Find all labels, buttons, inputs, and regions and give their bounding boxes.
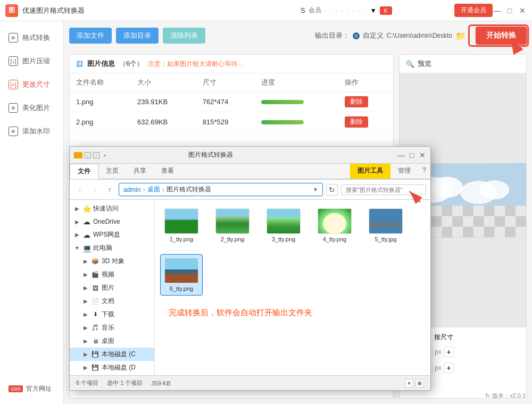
view-grid-button[interactable]: ⊞ <box>415 379 424 388</box>
format-icon: ⊕ <box>9 33 18 43</box>
ribbon-tab-view[interactable]: 查看 <box>154 164 181 179</box>
tree-item-music[interactable]: ▶ 🎵 音乐 <box>70 321 154 334</box>
ribbon-tabs: 文件 主页 共享 查看 图片工具 管理 ? <box>70 164 430 179</box>
tree-item-downloads[interactable]: ▶ ⬇ 下载 <box>70 308 154 321</box>
tree-label-local-d: 本地磁盘 (D <box>102 363 136 372</box>
file-size-1: 239.91KB <box>131 92 196 112</box>
ribbon-tab-share[interactable]: 共享 <box>126 164 154 179</box>
subscription-label: 会员 <box>309 6 321 15</box>
beautify-icon: ⊗ <box>9 103 18 113</box>
table-row: 1.png 239.91KB 762*474 <box>70 92 393 112</box>
col-name: 文件名称 <box>70 73 131 92</box>
add-dir-button[interactable]: 添加目录 <box>116 28 159 44</box>
version-section: ↻ 版本：v2.0.1 <box>485 392 526 400</box>
ribbon-tab-image-tools[interactable]: 图片工具 <box>350 164 390 179</box>
refresh-icon: ↻ <box>485 392 490 399</box>
tree-icon-video: 🎬 <box>91 271 99 279</box>
explorer-close-button[interactable]: ✕ <box>419 152 426 159</box>
file-progress-1 <box>255 92 338 112</box>
official-label[interactable]: 官方网址 <box>26 384 52 393</box>
svg-rect-37 <box>473 227 484 238</box>
progress-bar-2 <box>261 120 304 124</box>
tree-label-docs: 文档 <box>102 297 114 306</box>
address-crumb-admin[interactable]: admin <box>123 186 141 193</box>
delete-button-1[interactable]: 删除 <box>345 96 368 107</box>
svg-rect-10 <box>442 206 452 216</box>
view-list-button[interactable]: ≡ <box>405 379 413 388</box>
tree-item-onedrive[interactable]: ▶ ☁ OneDrive <box>70 215 154 228</box>
tree-item-local-d[interactable]: ▶ 💾 本地磁盘 (D <box>70 361 154 374</box>
tree-toggle-video: ▶ <box>82 272 89 278</box>
sidebar-item-resize[interactable]: [+] 更改尺寸 <box>0 73 63 96</box>
close-button[interactable]: ✕ <box>518 6 527 15</box>
delete-button-2[interactable]: 删除 <box>345 116 368 128</box>
tree-icon-pictures: 🖼 <box>91 284 99 292</box>
width-plus-button[interactable]: + <box>444 347 454 357</box>
tree-item-desktop[interactable]: ▶ 🖥 桌面 <box>70 334 154 348</box>
app-window: 图 优速图片格式转换器 S 会员 · · · · · · · · ▼ K 开通会… <box>0 0 532 404</box>
address-crumb-desktop[interactable]: 桌面 <box>147 185 160 194</box>
tree-item-docs[interactable]: ▶ 📄 文档 <box>70 294 154 308</box>
tree-icon-downloads: ⬇ <box>91 310 99 319</box>
tree-toggle-quick: ▶ <box>74 206 80 212</box>
explorer-minimize-button[interactable]: — <box>397 152 405 159</box>
tree-label-music: 音乐 <box>102 323 114 332</box>
col-size: 大小 <box>131 73 196 92</box>
tree-label-thispc: 此电脑 <box>93 243 112 252</box>
sidebar-item-beautify[interactable]: ⊗ 美化图片 <box>0 97 63 119</box>
explorer-maximize-button[interactable]: □ <box>408 152 415 159</box>
sidebar-item-watermark[interactable]: ⊕ 添加水印 <box>0 120 63 142</box>
file-name-label-6: 6_tty.png <box>170 285 193 292</box>
start-button[interactable]: 开始转换 <box>476 27 527 45</box>
app-icon: 图 <box>5 4 18 17</box>
svg-rect-27 <box>495 216 505 227</box>
explorer-status-bar: 6 个项目 选中 1 个项目 359 KB ≡ ⊞ <box>70 375 430 390</box>
search-input[interactable] <box>341 184 426 195</box>
explorer-quick-icon <box>74 152 82 158</box>
minimize-button[interactable]: — <box>493 6 501 15</box>
tree-item-quick-access[interactable]: ▶ ⭐ 快速访问 <box>70 202 154 215</box>
address-dropdown-icon[interactable]: ▼ <box>313 187 318 192</box>
file-item-6[interactable]: 6_tty.png <box>160 254 203 296</box>
maximize-button[interactable]: □ <box>505 6 514 15</box>
file-name-label-4: 4_tty.png <box>323 236 346 242</box>
output-custom-radio[interactable] <box>353 32 360 39</box>
add-file-button[interactable]: 添加文件 <box>69 28 112 44</box>
explorer-title-bar: ↓ ↑ ▪ 图片格式转换器 — □ ✕ <box>70 147 430 164</box>
height-plus-button[interactable]: + <box>444 363 454 373</box>
clear-button[interactable]: 清除列表 <box>163 28 205 44</box>
progress-bar-1 <box>261 100 304 104</box>
nav-up-button[interactable]: ↑ <box>104 184 115 196</box>
ribbon-help-btn[interactable]: ? <box>418 164 430 179</box>
folder-icon[interactable]: 📁 <box>455 31 466 41</box>
explorer-files: 1_tty.png 2_tty.png 3_tty.png 4_tty.png <box>155 200 430 375</box>
tree-icon-onedrive: ☁ <box>82 217 91 226</box>
file-item-2[interactable]: 2_tty.png <box>211 205 254 246</box>
col-dims: 尺寸 <box>196 73 255 92</box>
sidebar-item-compress[interactable]: [↕] 图片压缩 <box>0 50 63 72</box>
file-item-4[interactable]: 4_tty.png <box>313 205 356 246</box>
svg-point-5 <box>480 180 510 199</box>
tree-item-local-c[interactable]: ▶ 💾 本地磁盘 (C <box>70 348 154 361</box>
file-actions-2: 删除 <box>338 112 393 132</box>
nav-back-button[interactable]: ‹ <box>74 184 86 196</box>
tree-item-video[interactable]: ▶ 🎬 视频 <box>70 268 154 281</box>
svg-point-3 <box>431 176 463 198</box>
file-item-1[interactable]: 1_tty.png <box>160 205 203 246</box>
status-selected: 选中 1 个项目 <box>107 379 143 387</box>
ribbon-tab-home[interactable]: 主页 <box>98 164 126 179</box>
tree-item-pictures[interactable]: ▶ 🖼 图片 <box>70 281 154 294</box>
refresh-button[interactable]: ↻ <box>326 184 338 196</box>
file-item-3[interactable]: 3_tty.png <box>262 205 305 246</box>
compress-icon: [↕] <box>9 56 18 66</box>
open-vip-button[interactable]: 开通会员 <box>454 4 493 17</box>
tree-item-thispc[interactable]: ▼ 💻 此电脑 <box>70 241 154 255</box>
ribbon-tab-manage[interactable]: 管理 <box>390 164 418 179</box>
tree-item-3d[interactable]: ▶ 📦 3D 对象 <box>70 255 154 268</box>
file-item-5[interactable]: 5_tty.jpg <box>364 205 407 246</box>
sidebar-item-format[interactable]: ⊕ 格式转换 <box>0 27 63 49</box>
ribbon-tab-file[interactable]: 文件 <box>70 164 98 179</box>
svg-rect-24 <box>463 216 473 227</box>
nav-forward-button[interactable]: › <box>89 184 101 196</box>
tree-item-wps[interactable]: ▶ ☁ WPS网盘 <box>70 228 154 241</box>
